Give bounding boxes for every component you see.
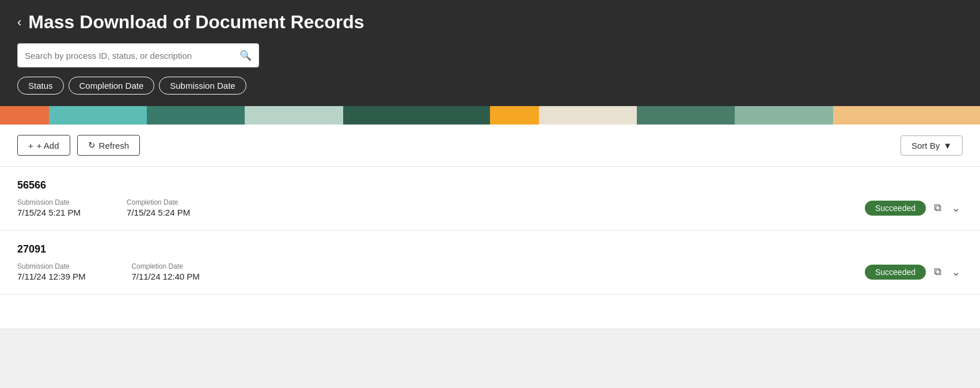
toolbar-left: + + Add ↻ Refresh [17, 135, 140, 156]
search-input[interactable] [25, 51, 240, 61]
filter-completion-date-button[interactable]: Completion Date [69, 77, 155, 95]
copy-button[interactable]: ⧉ [932, 199, 944, 216]
submission-date-label: Submission Date [17, 198, 81, 206]
completion-date-group: Completion Date 7/15/24 5:24 PM [127, 198, 190, 217]
refresh-button[interactable]: ↻ Refresh [77, 135, 140, 156]
record-item: 56566 Submission Date 7/15/24 5:21 PM Co… [0, 167, 980, 231]
back-arrow[interactable]: ‹ [17, 15, 21, 30]
record-actions: Succeeded ⧉ ⌄ [865, 199, 963, 217]
status-badge: Succeeded [865, 201, 926, 216]
refresh-icon: ↻ [88, 140, 96, 150]
chevron-down-icon: ▼ [943, 141, 952, 150]
search-box[interactable]: 🔍 [17, 43, 259, 67]
completion-date-value: 7/11/24 12:40 PM [131, 272, 199, 281]
expand-button[interactable]: ⌄ [949, 263, 963, 281]
record-item-empty [0, 295, 980, 329]
plus-icon: + [28, 141, 33, 150]
header: ‹ Mass Download of Document Records 🔍 St… [0, 0, 980, 106]
filter-submission-date-button[interactable]: Submission Date [159, 77, 246, 95]
submission-date-group: Submission Date 7/11/24 12:39 PM [17, 262, 85, 281]
refresh-label: Refresh [99, 141, 130, 150]
page-title: Mass Download of Document Records [28, 12, 364, 33]
completion-date-value: 7/15/24 5:24 PM [127, 208, 190, 217]
decorative-banner [0, 106, 980, 125]
completion-date-label: Completion Date [131, 262, 199, 270]
expand-button[interactable]: ⌄ [949, 199, 963, 217]
filter-status-button[interactable]: Status [17, 77, 64, 95]
record-dates: Submission Date 7/15/24 5:21 PM Completi… [17, 198, 190, 217]
copy-button[interactable]: ⧉ [932, 263, 944, 280]
add-button[interactable]: + + Add [17, 135, 70, 156]
record-dates: Submission Date 7/11/24 12:39 PM Complet… [17, 262, 200, 281]
status-badge: Succeeded [865, 265, 926, 280]
submission-date-value: 7/11/24 12:39 PM [17, 272, 85, 281]
submission-date-value: 7/15/24 5:21 PM [17, 208, 81, 217]
filter-buttons: Status Completion Date Submission Date [17, 77, 963, 95]
completion-date-group: Completion Date 7/11/24 12:40 PM [131, 262, 199, 281]
record-item: 27091 Submission Date 7/11/24 12:39 PM C… [0, 231, 980, 295]
sort-by-button[interactable]: Sort By ▼ [901, 135, 963, 156]
submission-date-label: Submission Date [17, 262, 85, 270]
record-id: 56566 [17, 179, 963, 191]
records-list: 56566 Submission Date 7/15/24 5:21 PM Co… [0, 167, 980, 329]
toolbar: + + Add ↻ Refresh Sort By ▼ [0, 125, 980, 167]
record-actions: Succeeded ⧉ ⌄ [865, 263, 963, 281]
search-icon: 🔍 [240, 50, 252, 62]
record-id: 27091 [17, 243, 963, 255]
add-label: + Add [37, 141, 59, 150]
sort-label: Sort By [911, 141, 940, 150]
submission-date-group: Submission Date 7/15/24 5:21 PM [17, 198, 81, 217]
completion-date-label: Completion Date [127, 198, 190, 206]
